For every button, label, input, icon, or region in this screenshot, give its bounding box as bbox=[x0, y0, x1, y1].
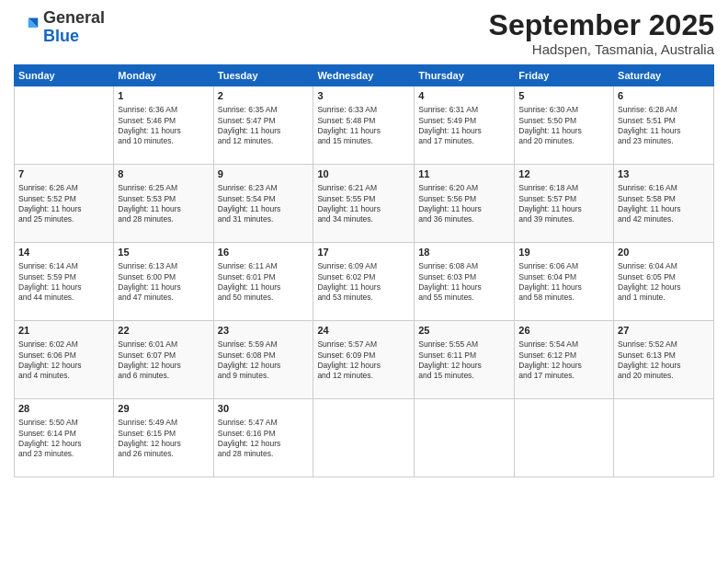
day-info: Sunrise: 5:47 AM Sunset: 6:16 PM Dayligh… bbox=[218, 418, 310, 460]
day-number: 30 bbox=[218, 402, 310, 416]
day-cell: 23Sunrise: 5:59 AM Sunset: 6:08 PM Dayli… bbox=[213, 321, 313, 399]
day-cell: 7Sunrise: 6:26 AM Sunset: 5:52 PM Daylig… bbox=[15, 165, 114, 243]
day-number: 13 bbox=[618, 167, 710, 181]
day-cell: 29Sunrise: 5:49 AM Sunset: 6:15 PM Dayli… bbox=[114, 399, 213, 477]
week-row-5: 28Sunrise: 5:50 AM Sunset: 6:14 PM Dayli… bbox=[15, 399, 714, 477]
day-cell: 14Sunrise: 6:14 AM Sunset: 5:59 PM Dayli… bbox=[15, 243, 114, 321]
day-cell: 4Sunrise: 6:31 AM Sunset: 5:49 PM Daylig… bbox=[415, 86, 515, 165]
day-info: Sunrise: 6:35 AM Sunset: 5:47 PM Dayligh… bbox=[218, 105, 310, 147]
day-cell: 5Sunrise: 6:30 AM Sunset: 5:50 PM Daylig… bbox=[515, 86, 614, 165]
day-info: Sunrise: 6:11 AM Sunset: 6:01 PM Dayligh… bbox=[218, 261, 310, 304]
logo-blue: Blue bbox=[43, 27, 79, 45]
week-row-2: 7Sunrise: 6:26 AM Sunset: 5:52 PM Daylig… bbox=[15, 165, 714, 243]
logo: General Blue bbox=[14, 9, 105, 46]
day-info: Sunrise: 6:18 AM Sunset: 5:57 PM Dayligh… bbox=[518, 183, 609, 225]
calendar-table: Sunday Monday Tuesday Wednesday Thursday… bbox=[14, 64, 714, 477]
day-info: Sunrise: 6:26 AM Sunset: 5:52 PM Dayligh… bbox=[18, 183, 109, 225]
header-tuesday: Tuesday bbox=[213, 65, 313, 86]
header-row: Sunday Monday Tuesday Wednesday Thursday… bbox=[15, 65, 714, 86]
day-number: 16 bbox=[218, 246, 310, 259]
day-cell: 13Sunrise: 6:16 AM Sunset: 5:58 PM Dayli… bbox=[614, 165, 714, 243]
day-cell: 25Sunrise: 5:55 AM Sunset: 6:11 PM Dayli… bbox=[415, 321, 515, 399]
day-info: Sunrise: 5:50 AM Sunset: 6:14 PM Dayligh… bbox=[18, 418, 109, 460]
day-info: Sunrise: 5:55 AM Sunset: 6:11 PM Dayligh… bbox=[418, 339, 510, 382]
day-info: Sunrise: 6:25 AM Sunset: 5:53 PM Dayligh… bbox=[118, 183, 209, 225]
day-info: Sunrise: 6:23 AM Sunset: 5:54 PM Dayligh… bbox=[218, 183, 310, 225]
day-info: Sunrise: 5:52 AM Sunset: 6:13 PM Dayligh… bbox=[618, 339, 710, 382]
day-cell: 17Sunrise: 6:09 AM Sunset: 6:02 PM Dayli… bbox=[313, 243, 415, 321]
day-number: 6 bbox=[618, 89, 710, 103]
day-cell: 10Sunrise: 6:21 AM Sunset: 5:55 PM Dayli… bbox=[313, 165, 415, 243]
header-thursday: Thursday bbox=[415, 65, 515, 86]
day-info: Sunrise: 6:33 AM Sunset: 5:48 PM Dayligh… bbox=[317, 105, 410, 147]
day-info: Sunrise: 6:31 AM Sunset: 5:49 PM Dayligh… bbox=[418, 105, 510, 147]
day-number: 24 bbox=[317, 324, 410, 338]
logo-text: General Blue bbox=[43, 9, 105, 46]
day-cell: 19Sunrise: 6:06 AM Sunset: 6:04 PM Dayli… bbox=[515, 243, 614, 321]
day-cell: 21Sunrise: 6:02 AM Sunset: 6:06 PM Dayli… bbox=[15, 321, 114, 399]
day-number: 11 bbox=[418, 167, 510, 181]
day-cell: 15Sunrise: 6:13 AM Sunset: 6:00 PM Dayli… bbox=[114, 243, 213, 321]
day-cell: 26Sunrise: 5:54 AM Sunset: 6:12 PM Dayli… bbox=[515, 321, 614, 399]
day-info: Sunrise: 6:21 AM Sunset: 5:55 PM Dayligh… bbox=[317, 183, 410, 225]
week-row-1: 1Sunrise: 6:36 AM Sunset: 5:46 PM Daylig… bbox=[15, 86, 714, 165]
day-number: 3 bbox=[317, 89, 410, 103]
day-number: 20 bbox=[618, 246, 710, 259]
day-cell: 22Sunrise: 6:01 AM Sunset: 6:07 PM Dayli… bbox=[114, 321, 213, 399]
day-cell bbox=[313, 399, 415, 477]
day-info: Sunrise: 5:59 AM Sunset: 6:08 PM Dayligh… bbox=[218, 339, 310, 382]
day-info: Sunrise: 6:02 AM Sunset: 6:06 PM Dayligh… bbox=[18, 339, 109, 382]
day-cell: 8Sunrise: 6:25 AM Sunset: 5:53 PM Daylig… bbox=[114, 165, 213, 243]
day-cell: 2Sunrise: 6:35 AM Sunset: 5:47 PM Daylig… bbox=[213, 86, 313, 165]
day-number: 17 bbox=[317, 246, 410, 259]
day-info: Sunrise: 6:13 AM Sunset: 6:00 PM Dayligh… bbox=[118, 261, 209, 304]
header-wednesday: Wednesday bbox=[313, 65, 415, 86]
day-number: 14 bbox=[18, 246, 109, 259]
day-number: 21 bbox=[18, 324, 109, 338]
day-number: 4 bbox=[418, 89, 510, 103]
header: General Blue September 2025 Hadspen, Tas… bbox=[14, 9, 714, 57]
week-row-3: 14Sunrise: 6:14 AM Sunset: 5:59 PM Dayli… bbox=[15, 243, 714, 321]
day-number: 23 bbox=[218, 324, 310, 338]
day-info: Sunrise: 6:09 AM Sunset: 6:02 PM Dayligh… bbox=[317, 261, 410, 304]
header-friday: Friday bbox=[515, 65, 614, 86]
day-cell: 6Sunrise: 6:28 AM Sunset: 5:51 PM Daylig… bbox=[614, 86, 714, 165]
day-number: 18 bbox=[418, 246, 510, 259]
header-sunday: Sunday bbox=[15, 65, 114, 86]
day-number: 26 bbox=[518, 324, 609, 338]
day-info: Sunrise: 6:20 AM Sunset: 5:56 PM Dayligh… bbox=[418, 183, 510, 225]
day-cell: 30Sunrise: 5:47 AM Sunset: 6:16 PM Dayli… bbox=[213, 399, 313, 477]
day-cell: 16Sunrise: 6:11 AM Sunset: 6:01 PM Dayli… bbox=[213, 243, 313, 321]
day-cell bbox=[614, 399, 714, 477]
day-cell: 27Sunrise: 5:52 AM Sunset: 6:13 PM Dayli… bbox=[614, 321, 714, 399]
location: Hadspen, Tasmania, Australia bbox=[489, 41, 714, 57]
day-cell: 12Sunrise: 6:18 AM Sunset: 5:57 PM Dayli… bbox=[515, 165, 614, 243]
day-cell: 1Sunrise: 6:36 AM Sunset: 5:46 PM Daylig… bbox=[114, 86, 213, 165]
day-info: Sunrise: 5:49 AM Sunset: 6:15 PM Dayligh… bbox=[118, 418, 209, 460]
day-info: Sunrise: 6:04 AM Sunset: 6:05 PM Dayligh… bbox=[618, 261, 710, 304]
header-monday: Monday bbox=[114, 65, 213, 86]
day-number: 7 bbox=[18, 167, 109, 181]
day-info: Sunrise: 6:08 AM Sunset: 6:03 PM Dayligh… bbox=[418, 261, 510, 304]
day-number: 29 bbox=[118, 402, 209, 416]
day-info: Sunrise: 6:01 AM Sunset: 6:07 PM Dayligh… bbox=[118, 339, 209, 382]
week-row-4: 21Sunrise: 6:02 AM Sunset: 6:06 PM Dayli… bbox=[15, 321, 714, 399]
day-number: 15 bbox=[118, 246, 209, 259]
logo-icon bbox=[14, 15, 40, 40]
day-number: 5 bbox=[518, 89, 609, 103]
day-cell: 3Sunrise: 6:33 AM Sunset: 5:48 PM Daylig… bbox=[313, 86, 415, 165]
day-number: 27 bbox=[618, 324, 710, 338]
day-info: Sunrise: 6:16 AM Sunset: 5:58 PM Dayligh… bbox=[618, 183, 710, 225]
day-info: Sunrise: 6:36 AM Sunset: 5:46 PM Dayligh… bbox=[118, 105, 209, 147]
day-cell: 9Sunrise: 6:23 AM Sunset: 5:54 PM Daylig… bbox=[213, 165, 313, 243]
title-block: September 2025 Hadspen, Tasmania, Austra… bbox=[489, 9, 714, 57]
day-info: Sunrise: 6:30 AM Sunset: 5:50 PM Dayligh… bbox=[518, 105, 609, 147]
day-cell: 20Sunrise: 6:04 AM Sunset: 6:05 PM Dayli… bbox=[614, 243, 714, 321]
day-cell bbox=[15, 86, 114, 165]
day-info: Sunrise: 6:14 AM Sunset: 5:59 PM Dayligh… bbox=[18, 261, 109, 304]
logo-general: General bbox=[43, 8, 105, 27]
month-title: September 2025 bbox=[489, 9, 714, 41]
day-number: 10 bbox=[317, 167, 410, 181]
day-cell: 11Sunrise: 6:20 AM Sunset: 5:56 PM Dayli… bbox=[415, 165, 515, 243]
header-saturday: Saturday bbox=[614, 65, 714, 86]
